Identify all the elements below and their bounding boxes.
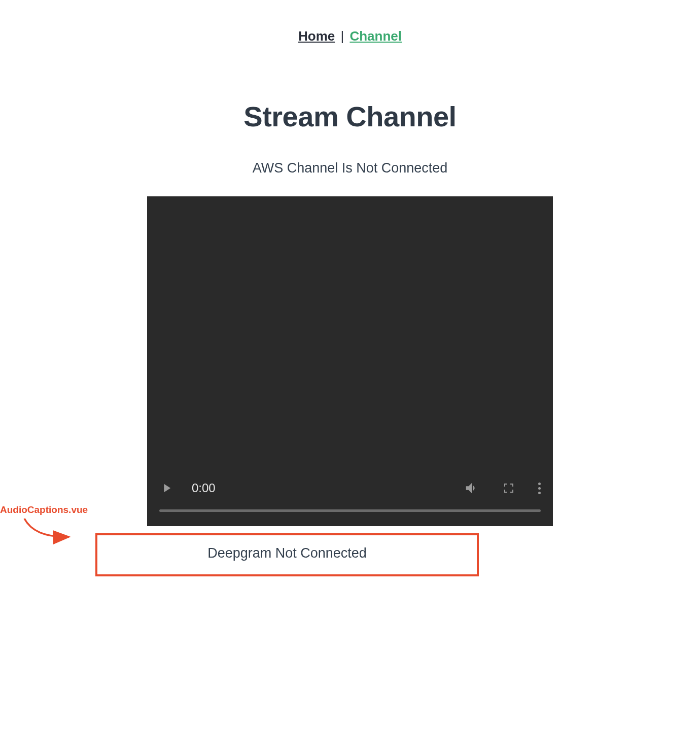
nav-home-link[interactable]: Home [298,28,335,44]
volume-icon[interactable] [464,480,479,496]
page-title: Stream Channel [0,100,700,133]
video-controls-bar: 0:00 [147,474,553,509]
annotation-arrow-icon [19,516,75,546]
nav-separator: | [337,28,347,44]
fullscreen-icon[interactable] [503,482,515,494]
more-options-icon[interactable] [538,483,541,494]
video-time: 0:00 [192,481,216,495]
annotation-label: AudioCaptions.vue [0,504,88,516]
video-player[interactable]: 0:00 [147,196,553,526]
video-progress-bar[interactable] [159,509,541,512]
top-nav: Home | Channel [0,0,700,44]
aws-status-text: AWS Channel Is Not Connected [0,160,700,176]
audio-captions-box: Deepgram Not Connected [95,533,479,576]
play-icon[interactable] [159,481,173,495]
nav-channel-link[interactable]: Channel [349,28,402,44]
